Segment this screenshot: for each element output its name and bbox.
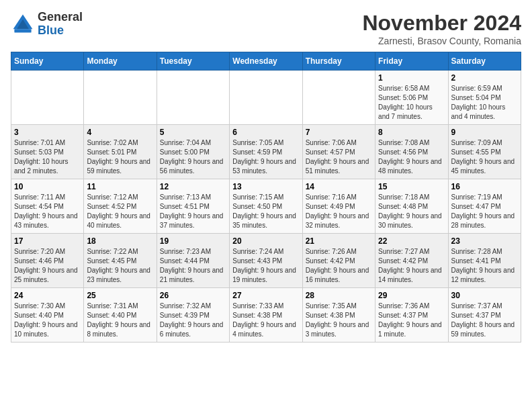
calendar-cell: [84, 71, 157, 125]
calendar-cell: 2Sunrise: 6:59 AM Sunset: 5:04 PM Daylig…: [448, 71, 521, 125]
day-number: 25: [87, 291, 153, 300]
day-info: Sunrise: 7:35 AM Sunset: 4:38 PM Dayligh…: [306, 302, 372, 339]
calendar-week-row: 17Sunrise: 7:20 AM Sunset: 4:46 PM Dayli…: [11, 234, 521, 288]
day-info: Sunrise: 7:09 AM Sunset: 4:55 PM Dayligh…: [451, 138, 518, 176]
weekday-header: Friday: [375, 52, 448, 71]
day-info: Sunrise: 7:26 AM Sunset: 4:42 PM Dayligh…: [306, 247, 372, 285]
day-info: Sunrise: 7:36 AM Sunset: 4:37 PM Dayligh…: [378, 302, 445, 339]
day-info: Sunrise: 7:20 AM Sunset: 4:46 PM Dayligh…: [14, 247, 81, 285]
calendar-cell: 27Sunrise: 7:33 AM Sunset: 4:38 PM Dayli…: [230, 288, 302, 342]
day-number: 24: [14, 291, 81, 300]
day-number: 6: [232, 128, 299, 137]
calendar-cell: 28Sunrise: 7:35 AM Sunset: 4:38 PM Dayli…: [302, 288, 375, 342]
day-number: 21: [306, 236, 372, 246]
calendar-cell: 15Sunrise: 7:18 AM Sunset: 4:48 PM Dayli…: [375, 179, 448, 234]
calendar-cell: 4Sunrise: 7:02 AM Sunset: 5:01 PM Daylig…: [84, 125, 157, 179]
calendar-cell: 10Sunrise: 7:11 AM Sunset: 4:54 PM Dayli…: [11, 179, 84, 234]
calendar-cell: 7Sunrise: 7:06 AM Sunset: 4:57 PM Daylig…: [302, 125, 375, 179]
calendar-cell: [11, 71, 84, 125]
day-number: 1: [378, 73, 445, 83]
calendar-cell: 26Sunrise: 7:32 AM Sunset: 4:39 PM Dayli…: [157, 288, 229, 342]
day-info: Sunrise: 7:01 AM Sunset: 5:03 PM Dayligh…: [14, 138, 81, 176]
day-info: Sunrise: 7:06 AM Sunset: 4:57 PM Dayligh…: [306, 138, 372, 176]
day-number: 7: [306, 128, 372, 137]
page-header: General Blue November 2024 Zarnesti, Bra…: [11, 11, 521, 46]
day-info: Sunrise: 7:12 AM Sunset: 4:52 PM Dayligh…: [87, 193, 153, 230]
calendar-cell: 9Sunrise: 7:09 AM Sunset: 4:55 PM Daylig…: [448, 125, 521, 179]
weekday-header: Sunday: [11, 52, 84, 71]
calendar-cell: 6Sunrise: 7:05 AM Sunset: 4:59 PM Daylig…: [230, 125, 302, 179]
calendar-cell: 19Sunrise: 7:23 AM Sunset: 4:44 PM Dayli…: [157, 234, 229, 288]
day-number: 30: [451, 291, 518, 300]
calendar-week-row: 3Sunrise: 7:01 AM Sunset: 5:03 PM Daylig…: [11, 125, 521, 179]
calendar-cell: 23Sunrise: 7:28 AM Sunset: 4:41 PM Dayli…: [448, 234, 521, 288]
logo-text: General Blue: [38, 11, 83, 38]
day-number: 4: [87, 128, 153, 137]
day-info: Sunrise: 7:19 AM Sunset: 4:47 PM Dayligh…: [451, 193, 518, 230]
calendar-cell: 11Sunrise: 7:12 AM Sunset: 4:52 PM Dayli…: [84, 179, 157, 234]
day-number: 26: [160, 291, 226, 300]
location: Zarnesti, Brasov County, Romania: [362, 36, 521, 46]
day-info: Sunrise: 7:31 AM Sunset: 4:40 PM Dayligh…: [87, 302, 153, 339]
day-info: Sunrise: 7:27 AM Sunset: 4:42 PM Dayligh…: [378, 247, 445, 285]
day-info: Sunrise: 7:13 AM Sunset: 4:51 PM Dayligh…: [160, 193, 226, 230]
calendar-header: SundayMondayTuesdayWednesdayThursdayFrid…: [11, 52, 521, 71]
day-info: Sunrise: 7:05 AM Sunset: 4:59 PM Dayligh…: [232, 138, 299, 176]
day-info: Sunrise: 7:30 AM Sunset: 4:40 PM Dayligh…: [14, 302, 81, 339]
day-number: 12: [160, 182, 226, 191]
day-info: Sunrise: 6:58 AM Sunset: 5:06 PM Dayligh…: [378, 84, 445, 122]
calendar-week-row: 10Sunrise: 7:11 AM Sunset: 4:54 PM Dayli…: [11, 179, 521, 234]
day-number: 22: [378, 236, 445, 246]
calendar-body: 1Sunrise: 6:58 AM Sunset: 5:06 PM Daylig…: [11, 71, 521, 342]
day-info: Sunrise: 7:33 AM Sunset: 4:38 PM Dayligh…: [232, 302, 299, 339]
day-info: Sunrise: 7:15 AM Sunset: 4:50 PM Dayligh…: [232, 193, 299, 230]
day-number: 9: [451, 128, 518, 137]
svg-rect-2: [14, 29, 31, 32]
calendar-cell: 21Sunrise: 7:26 AM Sunset: 4:42 PM Dayli…: [302, 234, 375, 288]
day-info: Sunrise: 7:32 AM Sunset: 4:39 PM Dayligh…: [160, 302, 226, 339]
calendar-cell: [230, 71, 302, 125]
calendar-cell: 29Sunrise: 7:36 AM Sunset: 4:37 PM Dayli…: [375, 288, 448, 342]
calendar-week-row: 1Sunrise: 6:58 AM Sunset: 5:06 PM Daylig…: [11, 71, 521, 125]
day-number: 5: [160, 128, 226, 137]
day-number: 10: [14, 182, 81, 191]
day-number: 19: [160, 236, 226, 246]
day-info: Sunrise: 7:18 AM Sunset: 4:48 PM Dayligh…: [378, 193, 445, 230]
calendar-cell: 18Sunrise: 7:22 AM Sunset: 4:45 PM Dayli…: [84, 234, 157, 288]
calendar-cell: 14Sunrise: 7:16 AM Sunset: 4:49 PM Dayli…: [302, 179, 375, 234]
day-info: Sunrise: 7:22 AM Sunset: 4:45 PM Dayligh…: [87, 247, 153, 285]
calendar-cell: 24Sunrise: 7:30 AM Sunset: 4:40 PM Dayli…: [11, 288, 84, 342]
day-number: 20: [232, 236, 299, 246]
calendar-cell: 3Sunrise: 7:01 AM Sunset: 5:03 PM Daylig…: [11, 125, 84, 179]
calendar-cell: 30Sunrise: 7:37 AM Sunset: 4:37 PM Dayli…: [448, 288, 521, 342]
day-info: Sunrise: 7:37 AM Sunset: 4:37 PM Dayligh…: [451, 302, 518, 339]
day-number: 8: [378, 128, 445, 137]
calendar-cell: 22Sunrise: 7:27 AM Sunset: 4:42 PM Dayli…: [375, 234, 448, 288]
calendar-cell: [302, 71, 375, 125]
day-info: Sunrise: 7:24 AM Sunset: 4:43 PM Dayligh…: [232, 247, 299, 285]
day-info: Sunrise: 7:28 AM Sunset: 4:41 PM Dayligh…: [451, 247, 518, 285]
day-number: 3: [14, 128, 81, 137]
logo: General Blue: [11, 11, 83, 38]
day-info: Sunrise: 7:23 AM Sunset: 4:44 PM Dayligh…: [160, 247, 226, 285]
day-number: 16: [451, 182, 518, 191]
day-number: 14: [306, 182, 372, 191]
calendar-cell: 17Sunrise: 7:20 AM Sunset: 4:46 PM Dayli…: [11, 234, 84, 288]
calendar-cell: 20Sunrise: 7:24 AM Sunset: 4:43 PM Dayli…: [230, 234, 302, 288]
day-info: Sunrise: 7:11 AM Sunset: 4:54 PM Dayligh…: [14, 193, 81, 230]
day-number: 15: [378, 182, 445, 191]
day-info: Sunrise: 7:16 AM Sunset: 4:49 PM Dayligh…: [306, 193, 372, 230]
calendar-cell: 8Sunrise: 7:08 AM Sunset: 4:56 PM Daylig…: [375, 125, 448, 179]
day-info: Sunrise: 7:08 AM Sunset: 4:56 PM Dayligh…: [378, 138, 445, 176]
weekday-header: Wednesday: [230, 52, 302, 71]
day-number: 13: [232, 182, 299, 191]
weekday-header: Monday: [84, 52, 157, 71]
day-info: Sunrise: 7:02 AM Sunset: 5:01 PM Dayligh…: [87, 138, 153, 176]
calendar-cell: 25Sunrise: 7:31 AM Sunset: 4:40 PM Dayli…: [84, 288, 157, 342]
month-title: November 2024: [362, 11, 521, 36]
day-number: 28: [306, 291, 372, 300]
weekday-header-row: SundayMondayTuesdayWednesdayThursdayFrid…: [11, 52, 521, 71]
calendar-cell: 13Sunrise: 7:15 AM Sunset: 4:50 PM Dayli…: [230, 179, 302, 234]
logo-icon: [11, 12, 35, 36]
weekday-header: Thursday: [302, 52, 375, 71]
